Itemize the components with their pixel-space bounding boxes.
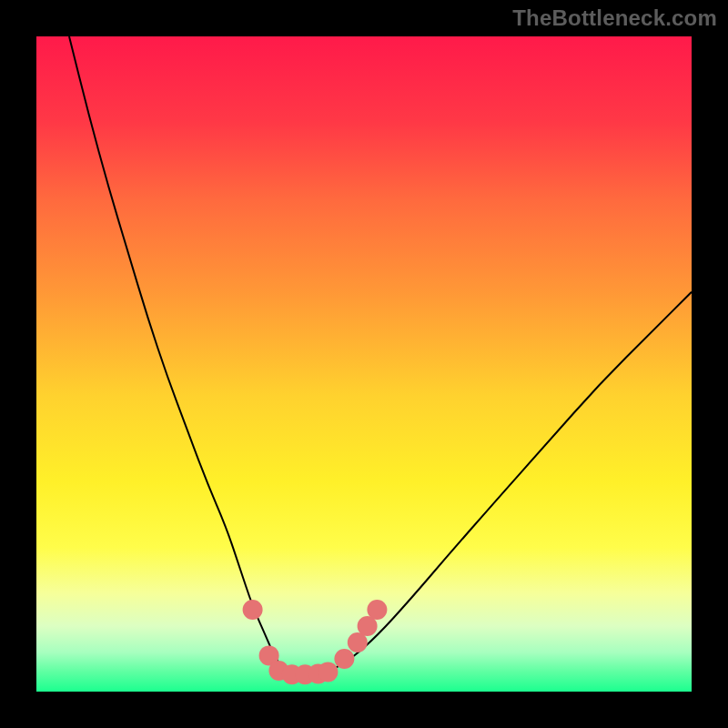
heatmap-background	[36, 36, 692, 692]
highlight-dot	[243, 600, 263, 620]
plot-area	[36, 36, 692, 692]
highlight-dot	[334, 649, 354, 669]
chart-frame: TheBottleneck.com	[0, 0, 728, 728]
plot-svg	[36, 36, 692, 692]
highlight-dot	[367, 600, 387, 620]
watermark-text: TheBottleneck.com	[512, 5, 717, 31]
highlight-dot	[318, 662, 338, 682]
